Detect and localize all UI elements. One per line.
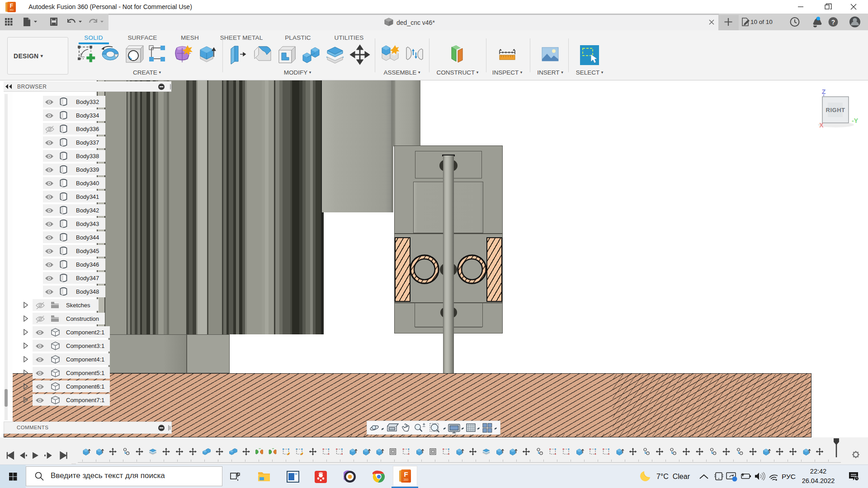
svg-text:F: F [10,3,13,9]
svg-text:-Y: -Y [852,117,859,124]
svg-text:RIGHT: RIGHT [826,107,845,113]
svg-text:360: 360 [9,9,14,11]
svg-text:?: ? [831,19,835,26]
svg-text:X: X [819,122,824,129]
svg-text:F: F [404,470,408,478]
svg-text:360: 360 [404,478,409,481]
svg-text:Z: Z [822,88,826,95]
